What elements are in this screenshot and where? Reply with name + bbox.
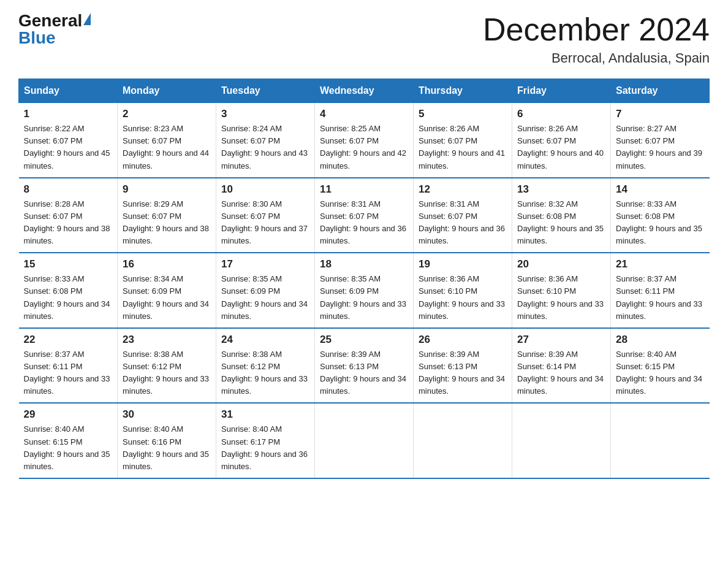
day-info: Sunrise: 8:27 AMSunset: 6:07 PMDaylight:… bbox=[616, 123, 705, 172]
header-day-sunday: Sunday bbox=[19, 79, 118, 103]
header-day-wednesday: Wednesday bbox=[315, 79, 414, 103]
calendar-cell: 27Sunrise: 8:39 AMSunset: 6:14 PMDayligh… bbox=[512, 328, 611, 404]
day-number: 5 bbox=[419, 108, 507, 120]
day-info: Sunrise: 8:33 AMSunset: 6:08 PMDaylight:… bbox=[616, 198, 705, 248]
month-title: December 2024 bbox=[483, 12, 710, 47]
day-number: 29 bbox=[24, 408, 113, 421]
week-row-4: 22Sunrise: 8:37 AMSunset: 6:11 PMDayligh… bbox=[19, 328, 710, 404]
calendar-cell: 16Sunrise: 8:34 AMSunset: 6:09 PMDayligh… bbox=[118, 253, 216, 328]
calendar-cell: 4Sunrise: 8:25 AMSunset: 6:07 PMDaylight… bbox=[315, 103, 414, 178]
day-info: Sunrise: 8:39 AMSunset: 6:13 PMDaylight:… bbox=[320, 348, 408, 398]
calendar-table: SundayMondayTuesdayWednesdayThursdayFrid… bbox=[18, 79, 710, 479]
day-number: 16 bbox=[123, 258, 211, 270]
calendar-cell: 7Sunrise: 8:27 AMSunset: 6:07 PMDaylight… bbox=[611, 103, 710, 178]
calendar-cell: 14Sunrise: 8:33 AMSunset: 6:08 PMDayligh… bbox=[611, 178, 710, 253]
day-number: 12 bbox=[419, 183, 507, 196]
day-number: 28 bbox=[616, 334, 705, 346]
header-day-saturday: Saturday bbox=[611, 79, 710, 103]
day-number: 10 bbox=[221, 183, 309, 196]
calendar-cell: 5Sunrise: 8:26 AMSunset: 6:07 PMDaylight… bbox=[414, 103, 512, 178]
calendar-cell: 24Sunrise: 8:38 AMSunset: 6:12 PMDayligh… bbox=[216, 328, 315, 404]
calendar-cell bbox=[512, 403, 611, 478]
day-info: Sunrise: 8:40 AMSunset: 6:17 PMDaylight:… bbox=[221, 423, 309, 473]
day-number: 17 bbox=[221, 258, 309, 270]
page-header: General Blue December 2024 Berrocal, And… bbox=[18, 12, 710, 66]
calendar-cell: 29Sunrise: 8:40 AMSunset: 6:15 PMDayligh… bbox=[19, 403, 118, 478]
day-info: Sunrise: 8:37 AMSunset: 6:11 PMDaylight:… bbox=[616, 273, 705, 323]
calendar-cell: 28Sunrise: 8:40 AMSunset: 6:15 PMDayligh… bbox=[611, 328, 710, 404]
logo-general-text: General bbox=[18, 12, 82, 29]
calendar-cell bbox=[315, 403, 414, 478]
day-info: Sunrise: 8:36 AMSunset: 6:10 PMDaylight:… bbox=[517, 273, 605, 323]
day-info: Sunrise: 8:26 AMSunset: 6:07 PMDaylight:… bbox=[517, 123, 605, 172]
day-number: 21 bbox=[616, 258, 705, 270]
header-row: SundayMondayTuesdayWednesdayThursdayFrid… bbox=[19, 79, 710, 103]
calendar-cell: 10Sunrise: 8:30 AMSunset: 6:07 PMDayligh… bbox=[216, 178, 315, 253]
calendar-cell: 23Sunrise: 8:38 AMSunset: 6:12 PMDayligh… bbox=[118, 328, 216, 404]
day-info: Sunrise: 8:35 AMSunset: 6:09 PMDaylight:… bbox=[221, 273, 309, 323]
day-number: 13 bbox=[517, 183, 605, 196]
day-number: 24 bbox=[221, 334, 309, 346]
calendar-cell: 18Sunrise: 8:35 AMSunset: 6:09 PMDayligh… bbox=[315, 253, 414, 328]
day-number: 14 bbox=[616, 183, 705, 196]
day-info: Sunrise: 8:25 AMSunset: 6:07 PMDaylight:… bbox=[320, 123, 408, 172]
day-info: Sunrise: 8:31 AMSunset: 6:07 PMDaylight:… bbox=[320, 198, 408, 248]
logo-blue-text: Blue bbox=[18, 29, 56, 47]
day-info: Sunrise: 8:33 AMSunset: 6:08 PMDaylight:… bbox=[24, 273, 113, 323]
calendar-cell: 25Sunrise: 8:39 AMSunset: 6:13 PMDayligh… bbox=[315, 328, 414, 404]
calendar-cell: 30Sunrise: 8:40 AMSunset: 6:16 PMDayligh… bbox=[118, 403, 216, 478]
day-info: Sunrise: 8:40 AMSunset: 6:16 PMDaylight:… bbox=[123, 423, 211, 473]
day-info: Sunrise: 8:39 AMSunset: 6:13 PMDaylight:… bbox=[419, 348, 507, 398]
calendar-cell: 19Sunrise: 8:36 AMSunset: 6:10 PMDayligh… bbox=[414, 253, 512, 328]
location-title: Berrocal, Andalusia, Spain bbox=[483, 50, 710, 66]
calendar-cell: 2Sunrise: 8:23 AMSunset: 6:07 PMDaylight… bbox=[118, 103, 216, 178]
calendar-cell: 26Sunrise: 8:39 AMSunset: 6:13 PMDayligh… bbox=[414, 328, 512, 404]
day-number: 25 bbox=[320, 334, 408, 346]
day-number: 26 bbox=[419, 334, 507, 346]
day-number: 22 bbox=[24, 334, 113, 346]
calendar-cell: 31Sunrise: 8:40 AMSunset: 6:17 PMDayligh… bbox=[216, 403, 315, 478]
calendar-cell: 6Sunrise: 8:26 AMSunset: 6:07 PMDaylight… bbox=[512, 103, 611, 178]
calendar-cell: 9Sunrise: 8:29 AMSunset: 6:07 PMDaylight… bbox=[118, 178, 216, 253]
day-number: 9 bbox=[123, 183, 211, 196]
calendar-cell: 20Sunrise: 8:36 AMSunset: 6:10 PMDayligh… bbox=[512, 253, 611, 328]
calendar-cell: 22Sunrise: 8:37 AMSunset: 6:11 PMDayligh… bbox=[19, 328, 118, 404]
header-day-thursday: Thursday bbox=[414, 79, 512, 103]
calendar-cell: 21Sunrise: 8:37 AMSunset: 6:11 PMDayligh… bbox=[611, 253, 710, 328]
calendar-cell: 17Sunrise: 8:35 AMSunset: 6:09 PMDayligh… bbox=[216, 253, 315, 328]
day-info: Sunrise: 8:40 AMSunset: 6:15 PMDaylight:… bbox=[616, 348, 705, 398]
week-row-3: 15Sunrise: 8:33 AMSunset: 6:08 PMDayligh… bbox=[19, 253, 710, 328]
header-day-monday: Monday bbox=[118, 79, 216, 103]
calendar-cell: 1Sunrise: 8:22 AMSunset: 6:07 PMDaylight… bbox=[19, 103, 118, 178]
day-number: 23 bbox=[123, 334, 211, 346]
day-info: Sunrise: 8:35 AMSunset: 6:09 PMDaylight:… bbox=[320, 273, 408, 323]
logo-triangle-icon bbox=[83, 13, 91, 25]
title-block: December 2024 Berrocal, Andalusia, Spain bbox=[483, 12, 710, 66]
day-number: 2 bbox=[123, 108, 211, 120]
day-info: Sunrise: 8:23 AMSunset: 6:07 PMDaylight:… bbox=[123, 123, 211, 172]
calendar-cell: 11Sunrise: 8:31 AMSunset: 6:07 PMDayligh… bbox=[315, 178, 414, 253]
day-info: Sunrise: 8:38 AMSunset: 6:12 PMDaylight:… bbox=[123, 348, 211, 398]
day-info: Sunrise: 8:40 AMSunset: 6:15 PMDaylight:… bbox=[24, 423, 113, 473]
day-info: Sunrise: 8:22 AMSunset: 6:07 PMDaylight:… bbox=[24, 123, 113, 172]
logo: General Blue bbox=[18, 12, 91, 47]
day-number: 7 bbox=[616, 108, 705, 120]
day-number: 20 bbox=[517, 258, 605, 270]
day-number: 19 bbox=[419, 258, 507, 270]
day-number: 6 bbox=[517, 108, 605, 120]
day-number: 27 bbox=[517, 334, 605, 346]
day-number: 4 bbox=[320, 108, 408, 120]
calendar-cell: 15Sunrise: 8:33 AMSunset: 6:08 PMDayligh… bbox=[19, 253, 118, 328]
week-row-2: 8Sunrise: 8:28 AMSunset: 6:07 PMDaylight… bbox=[19, 178, 710, 253]
day-number: 8 bbox=[24, 183, 113, 196]
day-info: Sunrise: 8:32 AMSunset: 6:08 PMDaylight:… bbox=[517, 198, 605, 248]
week-row-1: 1Sunrise: 8:22 AMSunset: 6:07 PMDaylight… bbox=[19, 103, 710, 178]
calendar-body: 1Sunrise: 8:22 AMSunset: 6:07 PMDaylight… bbox=[19, 103, 710, 478]
calendar-cell: 3Sunrise: 8:24 AMSunset: 6:07 PMDaylight… bbox=[216, 103, 315, 178]
day-info: Sunrise: 8:30 AMSunset: 6:07 PMDaylight:… bbox=[221, 198, 309, 248]
day-info: Sunrise: 8:38 AMSunset: 6:12 PMDaylight:… bbox=[221, 348, 309, 398]
calendar-cell bbox=[414, 403, 512, 478]
day-number: 30 bbox=[123, 408, 211, 421]
day-info: Sunrise: 8:39 AMSunset: 6:14 PMDaylight:… bbox=[517, 348, 605, 398]
day-number: 18 bbox=[320, 258, 408, 270]
